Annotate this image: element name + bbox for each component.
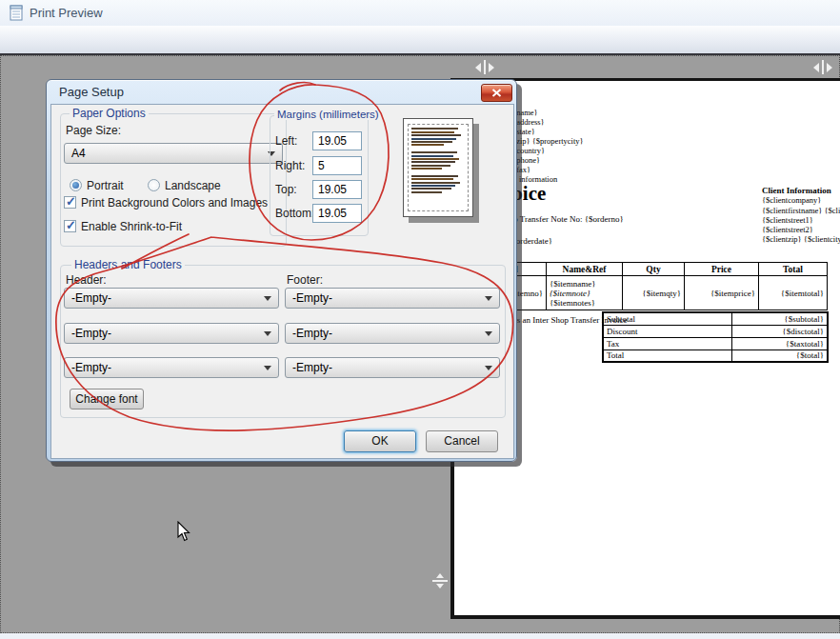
change-font-button[interactable]: Change font bbox=[70, 389, 144, 409]
landscape-radio[interactable] bbox=[148, 179, 160, 191]
arrow-right-icon bbox=[489, 63, 499, 72]
chevron-down-icon bbox=[485, 331, 492, 340]
print-preview-window: Print Preview A A ↔ bbox=[0, 0, 840, 639]
chevron-down-icon bbox=[264, 366, 271, 374]
cancel-button[interactable]: Cancel bbox=[426, 430, 498, 452]
margin-right-label: Right: bbox=[275, 159, 305, 172]
client-information-heading: Client Information bbox=[762, 186, 840, 195]
footer-label: Footer: bbox=[287, 273, 323, 287]
arrow-right-icon bbox=[827, 63, 837, 72]
pane-splitter-horizontal[interactable] bbox=[470, 60, 499, 74]
thumbnail-text-lines bbox=[408, 124, 469, 211]
footer-dropdown-2[interactable]: -Empty- bbox=[285, 323, 500, 344]
headers-footers-label: Headers and Footers bbox=[71, 258, 185, 271]
window-title: Print Preview bbox=[30, 6, 103, 20]
margin-bottom-input[interactable] bbox=[312, 204, 362, 223]
margin-top-input[interactable] bbox=[312, 180, 362, 199]
arrow-down-icon bbox=[436, 584, 444, 592]
margin-bottom-label: Bottom: bbox=[275, 207, 314, 220]
shrink-to-fit-label: Enable Shrink-to-Fit bbox=[81, 220, 182, 233]
items-row: {$itemno} {$itemname} {$itemnote} {$item… bbox=[468, 276, 828, 310]
chevron-down-icon bbox=[485, 296, 492, 305]
portrait-radio-label: Portrait bbox=[87, 179, 124, 192]
header-dropdown-2[interactable]: -Empty- bbox=[64, 323, 279, 344]
arrow-up-icon bbox=[436, 569, 444, 578]
margin-right-input[interactable] bbox=[312, 156, 362, 175]
page-size-value: A4 bbox=[71, 147, 86, 160]
totals-table: Subtotal{$subtotal} Discount{$disctotal}… bbox=[602, 311, 829, 363]
page-size-dropdown[interactable]: A4 bbox=[64, 143, 283, 164]
page-setup-dialog: Page Setup Paper Options Page Size: A4 P… bbox=[46, 79, 517, 462]
margins-label: Margins (millimeters) bbox=[274, 109, 382, 120]
chevron-down-icon bbox=[264, 296, 271, 305]
close-icon bbox=[491, 89, 502, 97]
landscape-radio-label: Landscape bbox=[165, 179, 221, 192]
client-information-block: Client Information {$clientcompany} {$cl… bbox=[762, 186, 840, 245]
arrow-left-icon bbox=[470, 63, 481, 72]
toolbar: A A ↔ 1 Page View Shrink T bbox=[0, 26, 840, 53]
items-header-row: Serial Name&Ref Qty Price Total bbox=[468, 263, 828, 276]
page-preview-thumbnail bbox=[403, 118, 473, 217]
items-table: Serial Name&Ref Qty Price Total {$itemno… bbox=[467, 262, 828, 310]
status-strip bbox=[0, 633, 840, 639]
pane-splitter-vertical[interactable] bbox=[432, 569, 448, 592]
header-label: Header: bbox=[66, 273, 107, 287]
print-background-checkbox[interactable] bbox=[64, 196, 76, 209]
document-icon bbox=[10, 5, 25, 22]
page-size-label: Page Size: bbox=[66, 124, 121, 137]
shrink-to-fit-checkbox[interactable] bbox=[64, 220, 76, 232]
header-dropdown-3[interactable]: -Empty- bbox=[64, 357, 279, 378]
ok-button[interactable]: OK bbox=[344, 430, 416, 452]
mouse-cursor bbox=[177, 521, 192, 543]
title-bar: Print Preview bbox=[0, 0, 840, 26]
portrait-radio[interactable] bbox=[70, 179, 82, 191]
header-dropdown-1[interactable]: -Empty- bbox=[64, 288, 279, 309]
paper-options-label: Paper Options bbox=[70, 107, 149, 120]
chevron-down-icon bbox=[264, 331, 271, 340]
margin-top-label: Top: bbox=[275, 183, 297, 196]
chevron-down-icon bbox=[485, 366, 492, 374]
arrow-left-icon bbox=[809, 63, 819, 72]
dialog-title: Page Setup bbox=[59, 85, 124, 99]
margin-left-label: Left: bbox=[275, 134, 297, 148]
footer-dropdown-1[interactable]: -Empty- bbox=[285, 288, 500, 309]
margin-left-input[interactable] bbox=[312, 131, 362, 150]
close-button[interactable] bbox=[481, 84, 512, 102]
print-background-label: Print Background Colors and Images bbox=[81, 196, 268, 210]
pane-splitter-horizontal-right[interactable] bbox=[809, 60, 837, 74]
footer-dropdown-3[interactable]: -Empty- bbox=[285, 357, 500, 378]
